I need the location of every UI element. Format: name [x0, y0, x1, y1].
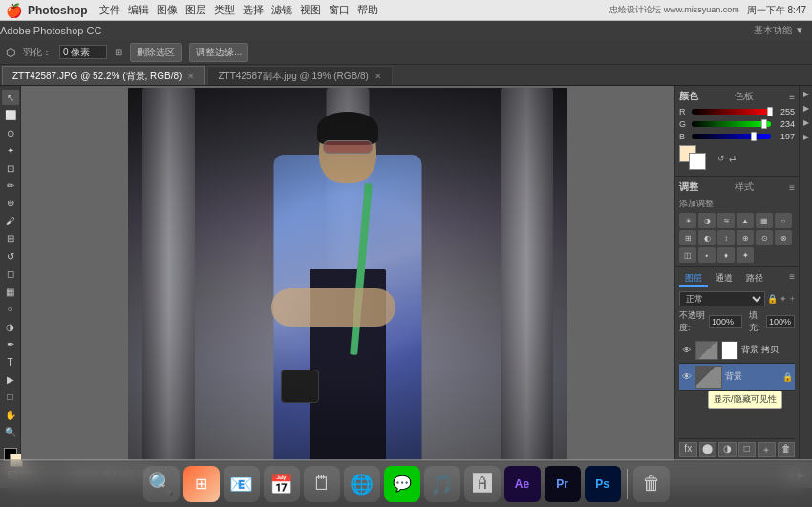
layer-delete-button[interactable]: 🗑: [778, 442, 796, 457]
tab-file1[interactable]: ZTT42587.JPG @ 52.2% (背景, RGB/8) ✕: [2, 66, 205, 85]
lasso-tool[interactable]: ⊙: [2, 125, 19, 140]
dock-launchpad[interactable]: ⊞: [183, 466, 220, 502]
gradient-map-icon[interactable]: ♦: [717, 247, 735, 263]
fill-input[interactable]: 100%: [766, 315, 795, 328]
menu-view[interactable]: 视图: [300, 3, 321, 17]
clone-tool[interactable]: ⊞: [2, 231, 19, 246]
menu-select[interactable]: 选择: [243, 3, 264, 17]
layer-item-bg[interactable]: 👁 背景 🔒 显示/隐藏可见性: [679, 364, 795, 391]
delete-selection-button[interactable]: 删除选区: [130, 43, 182, 62]
expand-icon-2[interactable]: ▶: [803, 104, 809, 113]
eyedropper-tool[interactable]: ✏: [2, 178, 19, 193]
eraser-tool[interactable]: ◻: [2, 266, 19, 282]
color-panel-menu-icon[interactable]: ≡: [789, 92, 795, 102]
dock-notes[interactable]: 🗒: [304, 466, 340, 502]
bw-icon[interactable]: ◐: [698, 230, 716, 245]
dock-wechat[interactable]: 💬: [384, 466, 420, 502]
menu-window[interactable]: 窗口: [329, 3, 350, 17]
g-slider[interactable]: [692, 121, 771, 127]
channel-mixer-icon[interactable]: ⊕: [737, 230, 754, 245]
history-brush-tool[interactable]: ↺: [2, 248, 19, 264]
blur-tool[interactable]: ○: [2, 301, 19, 316]
dock-calendar[interactable]: 📅: [264, 466, 300, 502]
tab2-close-icon[interactable]: ✕: [374, 72, 382, 81]
menu-layer[interactable]: 图层: [185, 3, 206, 17]
move-tool[interactable]: ↖: [2, 90, 19, 105]
dock-itunes[interactable]: 🎵: [424, 466, 460, 502]
layer-adjustment-button[interactable]: ◑: [718, 442, 737, 457]
adj-panel-menu-icon[interactable]: ≡: [789, 182, 795, 193]
color-balance-icon[interactable]: ⊞: [679, 230, 696, 245]
tab-file2[interactable]: ZTT42587副本.jpg @ 19% (RGB/8) ✕: [207, 66, 392, 85]
zoom-tool[interactable]: 🔍: [2, 425, 19, 440]
apple-logo[interactable]: 🍎: [6, 3, 22, 18]
dock-mail[interactable]: 📧: [224, 466, 260, 502]
style-tab[interactable]: 样式: [735, 180, 754, 194]
layers-panel-menu-icon[interactable]: ≡: [789, 271, 795, 287]
curves-icon[interactable]: ≋: [717, 213, 735, 228]
healing-tool[interactable]: ⊕: [2, 196, 19, 211]
dock-trash[interactable]: 🗑: [633, 466, 670, 502]
tab-channels[interactable]: 通道: [710, 271, 738, 287]
layer-new-button[interactable]: ＋: [758, 442, 776, 457]
color-swatches: ↺ ⇄: [679, 145, 795, 172]
dock-ae[interactable]: Ae: [504, 466, 541, 502]
photo-filter-icon[interactable]: ↕: [717, 230, 735, 245]
layer-eye-bg[interactable]: 👁: [681, 371, 693, 383]
color-lookup-icon[interactable]: ⊙: [756, 230, 773, 245]
reset-colors-icon[interactable]: ↺: [717, 154, 725, 163]
expand-icon-1[interactable]: ▶: [803, 90, 809, 98]
image-canvas[interactable]: [128, 88, 567, 460]
dock-appstore[interactable]: 🅰: [464, 466, 501, 502]
layer-eye-copy[interactable]: 👁: [681, 345, 693, 356]
r-slider[interactable]: [692, 109, 771, 115]
tab-paths[interactable]: 路径: [740, 271, 769, 287]
expand-icon-4[interactable]: ▶: [803, 133, 809, 141]
posterize-icon[interactable]: ◫: [679, 247, 696, 263]
hsl-icon[interactable]: ○: [775, 213, 792, 228]
menu-file[interactable]: 文件: [99, 3, 120, 17]
swap-colors-icon[interactable]: ⇄: [729, 154, 737, 163]
invert-icon[interactable]: ⊗: [775, 230, 792, 245]
menu-edit[interactable]: 编辑: [128, 3, 149, 17]
pen-tool[interactable]: ✒: [2, 336, 19, 351]
hand-tool[interactable]: ✋: [2, 407, 19, 422]
dodge-tool[interactable]: ◑: [2, 319, 19, 334]
levels-icon[interactable]: ◑: [698, 213, 716, 228]
blend-mode-select[interactable]: 正常: [679, 291, 765, 306]
menu-filter[interactable]: 滤镜: [271, 3, 292, 17]
gradient-tool[interactable]: ▦: [2, 284, 19, 299]
background-swatch[interactable]: [689, 153, 706, 170]
brightness-contrast-icon[interactable]: ☀: [679, 213, 696, 228]
path-select-tool[interactable]: ▶: [2, 371, 19, 387]
dock-finder[interactable]: 🔍: [143, 466, 180, 502]
dock-ps[interactable]: Ps: [585, 466, 621, 502]
exposure-icon[interactable]: ▲: [737, 213, 754, 228]
menu-image[interactable]: 图像: [157, 3, 178, 17]
tab-layers[interactable]: 图层: [679, 271, 708, 287]
dock-safari[interactable]: 🌐: [344, 466, 380, 502]
selective-color-icon[interactable]: ✦: [737, 247, 754, 263]
text-tool[interactable]: T: [2, 354, 19, 370]
brush-tool[interactable]: 🖌: [2, 213, 19, 228]
layer-fx-button[interactable]: fx: [679, 442, 697, 457]
tab1-close-icon[interactable]: ✕: [187, 72, 195, 81]
layer-mask-button[interactable]: ⬤: [699, 442, 717, 457]
layer-group-button[interactable]: □: [738, 442, 757, 457]
threshold-icon[interactable]: ▪: [698, 247, 716, 263]
menu-help[interactable]: 帮助: [357, 3, 378, 17]
layer-item-copy[interactable]: 👁 背景 拷贝: [679, 337, 795, 364]
feather-input[interactable]: [59, 45, 107, 59]
menu-type[interactable]: 类型: [214, 3, 235, 17]
b-slider[interactable]: [692, 134, 771, 139]
crop-tool[interactable]: ⊡: [2, 160, 19, 176]
opacity-input[interactable]: 100%: [709, 315, 742, 328]
marquee-tool[interactable]: ⬜: [2, 107, 19, 122]
expand-icon-3[interactable]: ▶: [803, 118, 809, 127]
swatch-tab[interactable]: 色板: [735, 90, 754, 103]
adjust-edge-button[interactable]: 调整边缘...: [189, 43, 248, 62]
dock-pr[interactable]: Pr: [545, 466, 581, 502]
shape-tool[interactable]: □: [2, 390, 19, 405]
vibrance-icon[interactable]: ▦: [756, 213, 773, 228]
magic-wand-tool[interactable]: ✦: [2, 142, 19, 158]
